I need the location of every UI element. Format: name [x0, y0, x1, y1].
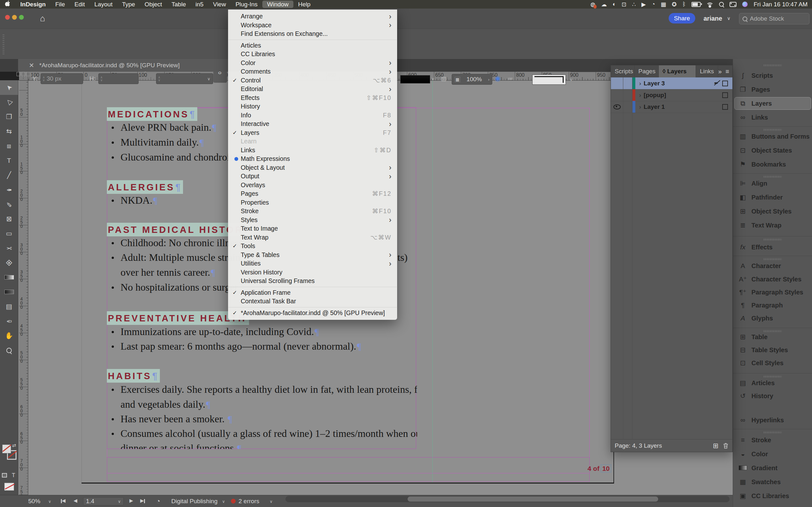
menu-item-articles[interactable]: Articles: [228, 41, 397, 50]
panel-grip[interactable]: [3, 33, 4, 54]
eyedropper-tool[interactable]: ✑: [0, 314, 18, 328]
close-tab-icon[interactable]: ✕: [29, 62, 34, 69]
dock-item-pathfinder[interactable]: ◧Pathfinder: [733, 191, 812, 204]
dock-item-character-styles[interactable]: A⁺Character Styles: [733, 273, 812, 286]
menu-item-stroke[interactable]: Stroke⌘F10: [228, 207, 397, 216]
layer-name[interactable]: ›[popup]: [635, 92, 722, 99]
page-number-field[interactable]: 1.4∨: [83, 497, 124, 505]
menu-item-application-frame[interactable]: ✓Application Frame: [228, 288, 397, 297]
menu-item-arrange[interactable]: Arrange›: [228, 12, 397, 21]
minimize-window-button[interactable]: [12, 15, 17, 20]
fill-stroke-controls[interactable]: ⇄: [0, 442, 18, 467]
menu-item-control[interactable]: ✓Control⌥⌘6: [228, 76, 397, 85]
preflight-profile[interactable]: Digital Publishing: [171, 498, 217, 505]
layer-name[interactable]: ›Layer 3: [635, 80, 714, 87]
selection-square-icon[interactable]: [722, 104, 728, 110]
content-collector-tool[interactable]: ⧈: [0, 138, 18, 153]
hand-tool[interactable]: ✋: [0, 328, 18, 343]
dock-item-object-styles[interactable]: ⊞Object Styles: [733, 205, 812, 218]
dock-item-stroke[interactable]: ≡Stroke: [733, 434, 812, 446]
transparency-icon[interactable]: ▨: [441, 75, 446, 82]
expand-arrow-icon[interactable]: ›: [639, 92, 643, 98]
new-layer-button[interactable]: ⊞: [713, 442, 719, 450]
accessibility-icon[interactable]: ✪: [672, 1, 677, 8]
vertical-ruler[interactable]: 5010015020025030035040045050055060065070…: [19, 80, 28, 495]
lock-toggle[interactable]: [623, 77, 632, 89]
siri-icon[interactable]: [742, 2, 748, 7]
dock-item-articles[interactable]: ▤Articles: [733, 377, 812, 389]
menubar-item-in5[interactable]: in5: [191, 1, 208, 8]
dock-item-align[interactable]: ⊫Align: [733, 177, 812, 190]
visibility-toggle[interactable]: [611, 77, 623, 89]
dock-item-character[interactable]: ACharacter: [733, 260, 812, 272]
wifi-icon[interactable]: [706, 2, 713, 7]
zoom-caret[interactable]: ∨: [48, 499, 51, 504]
menu-item-pages[interactable]: Pages⌘F12: [228, 189, 397, 198]
notification-app-icon[interactable]: ◍: [590, 1, 596, 8]
menubar-item-table[interactable]: Table: [167, 1, 191, 8]
zoom-level[interactable]: 50%: [28, 498, 40, 505]
apple-menu[interactable]: [0, 1, 15, 8]
globe-icon[interactable]: ◐: [613, 1, 616, 8]
menubar-item-file[interactable]: File: [50, 1, 70, 8]
stroke-style-caret[interactable]: ∨: [570, 77, 573, 82]
dock-drag-handle[interactable]: [764, 239, 782, 240]
collapse-panel-icon[interactable]: »: [718, 68, 722, 75]
previous-page-button[interactable]: ◀: [74, 498, 77, 504]
selection-square-icon[interactable]: [722, 92, 728, 98]
drop-shadow-icon[interactable]: ◉: [495, 74, 501, 82]
dock-drag-handle[interactable]: [764, 64, 782, 66]
swatch-caret[interactable]: ∨: [431, 76, 435, 81]
dock-item-paragraph[interactable]: ¶Paragraph: [733, 299, 812, 312]
note-tool[interactable]: ▤: [0, 299, 18, 314]
menu-item--arohamarupo-facilitator-indd-50-gpu-preview-[interactable]: ✓*ArohaMarupo-facilitator.indd @ 50% [GP…: [228, 309, 397, 318]
menu-item-utilities[interactable]: Utilities›: [228, 259, 397, 268]
dock-item-bookmarks[interactable]: ⚑Bookmarks: [733, 158, 812, 171]
menubar-item-help[interactable]: Help: [293, 1, 315, 8]
delete-layer-button[interactable]: [723, 443, 729, 449]
layer-row-layer-1[interactable]: ›Layer 1: [611, 101, 732, 113]
menu-item-find-extensions-on-exchange-[interactable]: Find Extensions on Exchange...: [228, 30, 397, 38]
pencil-tool[interactable]: ✎: [0, 197, 18, 212]
menubar-item-edit[interactable]: Edit: [70, 1, 90, 8]
panel-tab-scripts[interactable]: Scripts: [611, 65, 635, 77]
zoom-window-button[interactable]: [19, 15, 24, 20]
menu-item-cc-libraries[interactable]: CC Libraries: [228, 50, 397, 59]
dock-item-history[interactable]: ↺History: [733, 390, 812, 402]
panel-menu-icon[interactable]: ≡: [726, 68, 729, 75]
menubar-item-indesign[interactable]: InDesign: [15, 1, 50, 8]
expand-arrow-icon[interactable]: ›: [639, 80, 643, 87]
menu-item-version-history[interactable]: Version History: [228, 268, 397, 277]
menu-item-text-to-image[interactable]: Text to Image: [228, 224, 397, 233]
menu-item-tools[interactable]: ✓Tools: [228, 242, 397, 250]
stroke-color-swatch[interactable]: [400, 75, 430, 83]
scale-y-dropdown[interactable]: ∧∨∨: [156, 73, 213, 84]
dock-item-layers[interactable]: ⧉Layers: [733, 97, 812, 110]
menu-item-layers[interactable]: ✓LayersF7: [228, 128, 397, 137]
menubar-item-type[interactable]: Type: [117, 1, 140, 8]
footer-frame-edge[interactable]: [107, 457, 590, 482]
dock-item-swatches[interactable]: ▦Swatches: [733, 475, 812, 488]
fill-swatch[interactable]: [2, 445, 11, 453]
menubar-item-layout[interactable]: Layout: [90, 1, 117, 8]
next-page-button[interactable]: ▶: [129, 498, 133, 504]
selection-square-icon[interactable]: [722, 80, 728, 86]
layer-row--popup-[interactable]: ›[popup]: [611, 89, 732, 101]
close-window-button[interactable]: [5, 15, 10, 20]
dock-item-text-wrap[interactable]: ≣Text Wrap: [733, 219, 812, 232]
menu-item-info[interactable]: InfoF8: [228, 111, 397, 120]
error-count[interactable]: 2 errors: [239, 498, 259, 505]
expand-arrow-icon[interactable]: ›: [639, 103, 643, 110]
line-tool[interactable]: ╱: [0, 168, 18, 182]
battery-icon[interactable]: [691, 2, 701, 7]
ruler-guide-vertical[interactable]: [432, 80, 433, 483]
dock-item-buttons-and-forms[interactable]: ▥Buttons and Forms: [733, 130, 812, 143]
dock-item-links[interactable]: ∞Links: [733, 111, 812, 124]
menubar-clock[interactable]: Fri Jan 16 10:47 AM: [754, 1, 808, 8]
dock-drag-handle[interactable]: [764, 432, 782, 433]
pen-tool[interactable]: ✒: [0, 182, 18, 197]
lock-toggle[interactable]: [623, 101, 632, 113]
paragraph-lines-icon[interactable]: ≔: [507, 75, 513, 82]
selection-tool[interactable]: ➤: [0, 80, 18, 95]
preflight-caret[interactable]: ∨: [222, 499, 225, 504]
